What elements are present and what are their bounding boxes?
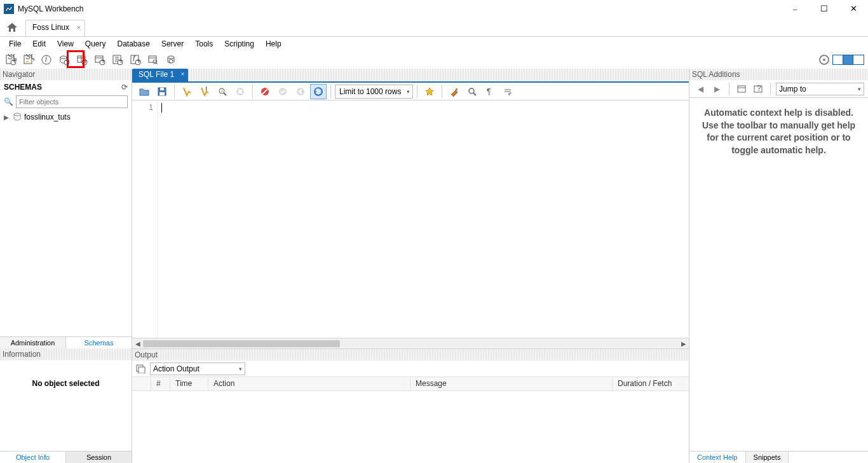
open-sql-file-icon[interactable]: SQL <box>20 52 37 67</box>
help-back-icon[interactable]: ◀ <box>693 82 707 96</box>
output-table-header: # Time Action Message Duration / Fetch <box>132 377 689 391</box>
titlebar: MySQL Workbench – ☐ ✕ <box>0 0 868 18</box>
schema-tree[interactable]: ▶ fosslinux_tuts <box>0 109 132 336</box>
svg-rect-38 <box>159 92 165 95</box>
connection-tab-bar: Foss Linux × <box>0 18 868 37</box>
caret <box>161 103 162 113</box>
help-manual-icon[interactable]: ? <box>751 82 765 96</box>
tab-administration[interactable]: Administration <box>0 337 66 349</box>
sql-tab[interactable]: SQL File 1 × <box>132 69 188 81</box>
sql-toolbar: I Limit to 1000 rows ¶ <box>132 83 689 100</box>
schemas-label: SCHEMAS <box>4 83 42 92</box>
menu-help[interactable]: Help <box>261 38 287 50</box>
new-sql-tab-icon[interactable]: SQL+ <box>3 52 19 67</box>
no-limit-icon[interactable] <box>257 84 273 99</box>
output-col-duration: Duration / Fetch <box>613 377 689 390</box>
maximize-button[interactable]: ☐ <box>810 0 839 18</box>
workbench-central-icon[interactable] <box>818 54 830 66</box>
main-toolbar: SQL+ SQL i + + + + f+ <box>0 51 868 69</box>
editor-hscroll[interactable]: ◀ ▶ <box>132 338 689 349</box>
autocommit-icon[interactable] <box>310 84 327 99</box>
information-header-label: Information <box>3 350 41 359</box>
limit-rows-selector[interactable]: Limit to 1000 rows <box>335 85 413 99</box>
help-forward-icon[interactable]: ▶ <box>710 82 724 96</box>
menu-tools[interactable]: Tools <box>190 38 218 50</box>
help-auto-icon[interactable] <box>735 82 749 96</box>
help-tabs: Context Help Snippets <box>689 451 868 463</box>
create-view-icon[interactable]: + <box>92 52 108 67</box>
beautify-icon[interactable] <box>446 84 463 99</box>
create-schema-icon[interactable]: + <box>56 52 72 67</box>
minimize-button[interactable]: – <box>780 0 810 18</box>
tab-object-info[interactable]: Object Info <box>0 452 66 463</box>
jump-to-selector[interactable]: Jump to <box>776 83 864 95</box>
create-procedure-icon[interactable]: + <box>109 52 126 67</box>
execute-current-icon[interactable]: I <box>196 84 213 99</box>
sidebar-right: SQL Additions ◀ ▶ ? Jump to Automatic co… <box>689 69 868 463</box>
navigator-tabs: Administration Schemas <box>0 336 132 349</box>
menu-edit[interactable]: Edit <box>27 38 51 50</box>
output-col-hash: # <box>151 377 170 390</box>
output-panel: Output Action Output # Time Action Messa… <box>132 349 689 463</box>
scroll-thumb[interactable] <box>143 340 340 347</box>
refresh-schemas-icon[interactable]: ⟳ <box>121 83 128 92</box>
close-sql-tab-icon[interactable]: × <box>180 71 184 78</box>
find-icon[interactable] <box>464 84 480 99</box>
connection-tab[interactable]: Foss Linux × <box>25 20 85 36</box>
create-table-icon[interactable]: + <box>74 52 90 67</box>
line-number: 1 <box>132 103 153 112</box>
app-icon <box>4 4 14 14</box>
scroll-track[interactable] <box>143 339 678 349</box>
scroll-right-icon[interactable]: ▶ <box>678 339 689 349</box>
home-icon[interactable] <box>1 18 23 36</box>
favorite-icon[interactable] <box>421 84 438 99</box>
editor-code[interactable] <box>158 100 689 338</box>
schema-filter-row: 🔍 <box>0 94 132 109</box>
layout-right[interactable] <box>853 55 864 64</box>
output-selector-row: Action Output <box>132 361 689 377</box>
save-file-icon[interactable] <box>154 84 170 99</box>
menu-scripting[interactable]: Scripting <box>219 38 259 50</box>
schema-item[interactable]: ▶ fosslinux_tuts <box>4 112 128 122</box>
open-file-icon[interactable] <box>136 84 153 99</box>
layout-center[interactable] <box>843 55 853 64</box>
svg-rect-54 <box>139 367 145 373</box>
execute-icon[interactable] <box>179 84 195 99</box>
separator <box>770 83 771 95</box>
schema-filter-input[interactable] <box>16 95 128 108</box>
inspector-icon[interactable]: i <box>38 52 55 67</box>
layout-switcher[interactable] <box>832 55 864 65</box>
stop-icon[interactable] <box>232 84 248 99</box>
close-tab-icon[interactable]: × <box>77 24 81 31</box>
expand-icon[interactable]: ▶ <box>4 114 10 121</box>
tab-snippets[interactable]: Snippets <box>746 452 789 463</box>
wrap-icon[interactable] <box>499 84 516 99</box>
create-function-icon[interactable]: f+ <box>127 52 144 67</box>
explain-icon[interactable] <box>214 84 231 99</box>
connection-tab-label: Foss Linux <box>32 23 69 32</box>
search-table-icon[interactable] <box>145 52 161 67</box>
window-title: MySQL Workbench <box>18 4 83 13</box>
reconnect-icon[interactable] <box>163 52 179 67</box>
menu-file[interactable]: File <box>4 38 26 50</box>
menu-server[interactable]: Server <box>156 38 189 50</box>
menu-view[interactable]: View <box>52 38 79 50</box>
tab-context-help[interactable]: Context Help <box>689 452 746 463</box>
sql-editor[interactable]: 1 <box>132 100 689 338</box>
separator <box>729 83 729 95</box>
invisible-chars-icon[interactable]: ¶ <box>482 84 498 99</box>
menu-query[interactable]: Query <box>80 38 111 50</box>
sql-tab-row: SQL File 1 × <box>132 69 689 83</box>
tab-session[interactable]: Session <box>66 452 132 463</box>
rollback-icon[interactable] <box>292 84 309 99</box>
menubar: File Edit View Query Database Server Too… <box>0 37 868 51</box>
close-button[interactable]: ✕ <box>839 0 868 18</box>
commit-icon[interactable] <box>275 84 291 99</box>
jump-to-label: Jump to <box>779 85 806 93</box>
svg-rect-28 <box>149 56 156 62</box>
scroll-left-icon[interactable]: ◀ <box>132 339 143 349</box>
layout-left[interactable] <box>833 55 843 64</box>
menu-database[interactable]: Database <box>112 38 155 50</box>
output-type-selector[interactable]: Action Output <box>150 363 245 375</box>
tab-schemas[interactable]: Schemas <box>66 337 132 349</box>
